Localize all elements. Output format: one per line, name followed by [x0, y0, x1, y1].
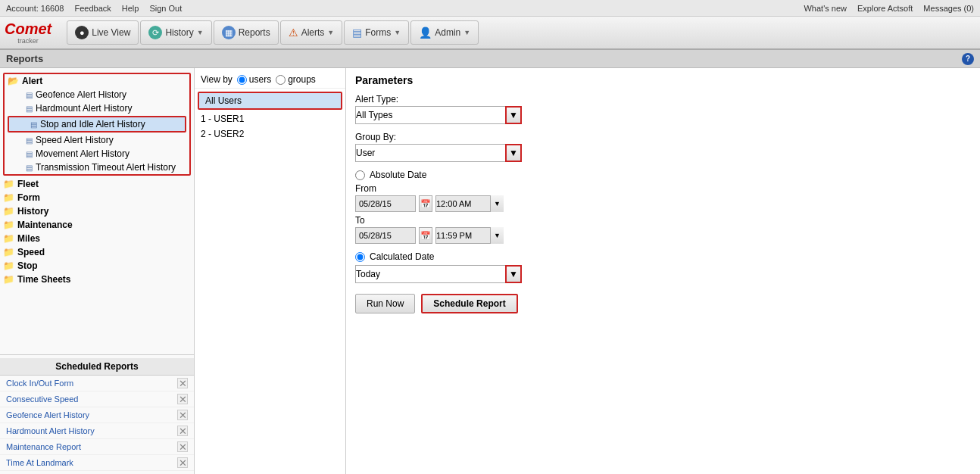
help-icon[interactable]: ? [962, 53, 974, 65]
scheduled-close-hardmount[interactable]: ✕ [177, 426, 188, 436]
admin-label: Admin [435, 27, 460, 38]
scheduled-geofence[interactable]: Geofence Alert History [6, 410, 89, 419]
scheduled-close-clock[interactable]: ✕ [177, 378, 188, 388]
tree-folder-history[interactable]: 📁 History [0, 204, 194, 218]
scheduled-close-maint[interactable]: ✕ [177, 441, 188, 452]
groups-radio-label: groups [288, 74, 316, 85]
absolute-date-radio-group: Absolute Date [355, 170, 971, 180]
left-panel: 📂 Alert ▤ Geofence Alert History ▤ Hardm… [0, 68, 195, 474]
speed-label: Speed [17, 247, 45, 257]
calculated-date-radio-group: Calculated Date [355, 251, 971, 262]
tree-folder-maintenance[interactable]: 📁 Maintenance [0, 218, 194, 232]
miles-label: Miles [17, 233, 40, 244]
help-link[interactable]: Help [122, 4, 139, 13]
scheduled-close-geofence[interactable]: ✕ [177, 410, 188, 420]
scheduled-title: Scheduled Reports [0, 358, 194, 376]
groups-radio-option[interactable]: groups [276, 74, 316, 85]
user-item-all[interactable]: All Users [198, 92, 342, 110]
tree-folder-stop[interactable]: 📁 Stop [0, 259, 194, 273]
from-cal-btn[interactable]: 📅 [419, 195, 432, 212]
users-radio-option[interactable]: users [237, 74, 271, 85]
scheduled-maint[interactable]: Maintenance Report [6, 442, 81, 451]
history-button[interactable]: ⟳ History ▼ [140, 20, 211, 45]
tree-folder-alert[interactable]: 📂 Alert [5, 74, 189, 88]
admin-dropdown-arrow: ▼ [463, 29, 470, 36]
alerts-button[interactable]: ⚠ Alerts ▼ [280, 20, 343, 45]
calculated-date-label[interactable]: Calculated Date [370, 251, 434, 262]
group-by-dropdown-btn[interactable]: ▼ [505, 144, 522, 162]
tree-folder-form[interactable]: 📁 Form [0, 191, 194, 204]
scheduled-clock[interactable]: Clock In/Out Form [6, 379, 73, 388]
folder-closed-icon-miles: 📁 [3, 233, 14, 244]
to-date-input[interactable] [355, 227, 416, 244]
geofence-label: Geofence Alert History [36, 89, 126, 100]
tree-folder-miles[interactable]: 📁 Miles [0, 232, 194, 245]
scheduled-hardmount[interactable]: Hardmount Alert History [6, 426, 95, 435]
run-now-button[interactable]: Run Now [355, 294, 415, 313]
admin-icon: 👤 [419, 27, 432, 39]
user2-label: 2 - USER2 [201, 129, 244, 139]
from-date-input[interactable] [355, 195, 416, 212]
tree-item-transmission[interactable]: ▤ Transmission Timeout Alert History [5, 161, 189, 174]
tree-item-speed[interactable]: ▤ Speed Alert History [5, 133, 189, 147]
tree-item-movement[interactable]: ▤ Movement Alert History [5, 147, 189, 161]
to-cal-btn[interactable]: 📅 [419, 227, 432, 244]
tree-folder-fleet[interactable]: 📁 Fleet [0, 177, 194, 191]
from-time-dropdown-btn[interactable]: ▼ [490, 195, 504, 212]
user-item-1[interactable]: 1 - USER1 [195, 111, 345, 126]
history-dropdown-arrow: ▼ [197, 29, 204, 36]
user-item-2[interactable]: 2 - USER2 [195, 126, 345, 142]
alert-folder-box: 📂 Alert ▤ Geofence Alert History ▤ Hardm… [3, 73, 191, 176]
top-bar-left: Account: 16608 Feedback Help Sign Out [6, 4, 182, 13]
scheduled-item: Geofence Alert History ✕ [0, 407, 194, 423]
alert-type-select[interactable]: All Types [355, 106, 522, 124]
alert-type-dropdown-btn[interactable]: ▼ [505, 106, 522, 124]
tree-item-geofence[interactable]: ▤ Geofence Alert History [5, 88, 189, 101]
group-by-row: Group By: User ▼ [355, 132, 971, 162]
reports-label: Reports [239, 27, 270, 38]
liveview-label: Live View [92, 27, 130, 38]
scheduled-speed[interactable]: Consecutive Speed [6, 394, 78, 404]
group-by-select-wrapper: User ▼ [355, 144, 522, 162]
scheduled-close-landmark[interactable]: ✕ [177, 457, 188, 468]
tree-folder-timesheets[interactable]: 📁 Time Sheets [0, 273, 194, 286]
feedback-link[interactable]: Feedback [74, 4, 111, 13]
calculated-date-radio[interactable] [355, 252, 365, 262]
tree-item-hardmount[interactable]: ▤ Hardmount Alert History [5, 101, 189, 115]
whatsnew-link[interactable]: What's new [804, 4, 847, 13]
absolute-date-radio[interactable] [355, 170, 365, 180]
hardmount-label: Hardmount Alert History [36, 103, 132, 114]
top-bar: Account: 16608 Feedback Help Sign Out Wh… [0, 0, 980, 17]
scheduled-close-speed[interactable]: ✕ [177, 394, 188, 404]
calculated-date-row: Calculated Date Today ▼ [355, 251, 971, 283]
page-title: Reports [6, 53, 43, 64]
middle-panel: View by users groups All Users 1 - USER1… [195, 68, 346, 474]
tree-item-stop-idle[interactable]: ▤ Stop and Idle Alert History [9, 117, 185, 131]
liveview-button[interactable]: ● Live View [67, 20, 139, 45]
group-by-select[interactable]: User [355, 144, 522, 162]
signout-link[interactable]: Sign Out [149, 4, 182, 13]
speed-alert-label: Speed Alert History [36, 135, 114, 145]
admin-button[interactable]: 👤 Admin ▼ [410, 20, 479, 45]
forms-button[interactable]: ▤ Forms ▼ [344, 20, 409, 45]
movement-label: Movement Alert History [36, 148, 130, 159]
absolute-date-label[interactable]: Absolute Date [370, 170, 426, 180]
calculated-select-wrapper: Today ▼ [355, 265, 522, 283]
calculated-dropdown-btn[interactable]: ▼ [505, 265, 522, 283]
history-label: History [165, 27, 193, 38]
all-users-label: All Users [205, 95, 242, 106]
messages-link[interactable]: Messages (0) [923, 4, 974, 13]
users-radio[interactable] [237, 75, 247, 85]
schedule-report-button[interactable]: Schedule Report [421, 294, 517, 313]
scheduled-section: Scheduled Reports Clock In/Out Form ✕ Co… [0, 354, 194, 474]
scheduled-landmark[interactable]: Time At Landmark [6, 458, 73, 467]
explore-link[interactable]: Explore Actsoft [857, 4, 913, 13]
reports-button[interactable]: ▦ Reports [214, 20, 279, 45]
logo-sub: tracker [17, 38, 39, 45]
transmission-label: Transmission Timeout Alert History [36, 162, 176, 173]
tree-folder-speed[interactable]: 📁 Speed [0, 245, 194, 259]
stop-label: Stop [17, 260, 38, 271]
to-time-dropdown-btn[interactable]: ▼ [490, 227, 504, 244]
groups-radio[interactable] [276, 75, 286, 85]
calculated-select[interactable]: Today [355, 265, 522, 283]
